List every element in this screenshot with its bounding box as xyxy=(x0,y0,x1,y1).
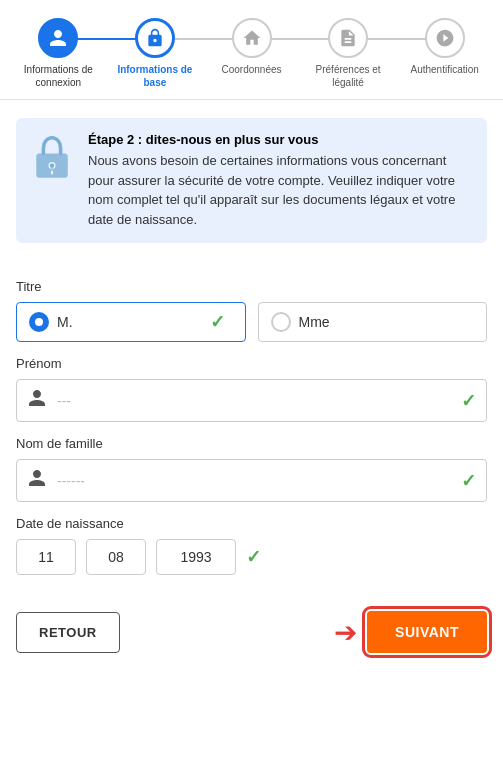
suivant-button[interactable]: SUIVANT xyxy=(367,611,487,653)
date-label: Date de naissance xyxy=(16,516,487,531)
titre-label: Titre xyxy=(16,279,487,294)
radio-m[interactable] xyxy=(29,312,49,332)
step-circle-coordonnees xyxy=(232,18,272,58)
date-row: ✓ xyxy=(16,539,487,575)
date-year-input[interactable] xyxy=(156,539,236,575)
step-circle-preferences xyxy=(328,18,368,58)
option-m[interactable]: M. ✓ xyxy=(16,302,246,342)
date-month-input[interactable] xyxy=(86,539,146,575)
step-label-connexion: Informations de connexion xyxy=(18,63,98,89)
step-coordonnees: Coordonnées xyxy=(203,18,300,76)
step-label-base: Informations de base xyxy=(115,63,195,89)
title-options: M. ✓ Mme xyxy=(16,302,487,342)
person-icon-nom xyxy=(27,468,47,493)
step-label-coordonnees: Coordonnées xyxy=(221,63,281,76)
button-row: RETOUR ➔ SUIVANT xyxy=(16,611,487,653)
info-box: Étape 2 : dites-nous en plus sur vous No… xyxy=(16,118,487,243)
nom-label: Nom de famille xyxy=(16,436,487,451)
check-date: ✓ xyxy=(246,546,261,568)
info-box-title: Étape 2 : dites-nous en plus sur vous xyxy=(88,132,473,147)
step-circle-base xyxy=(135,18,175,58)
lock-icon xyxy=(30,132,74,182)
option-m-label: M. xyxy=(57,314,202,330)
step-base: Informations de base xyxy=(107,18,204,89)
step-preferences: Préférences et légalité xyxy=(300,18,397,89)
prenom-input-row: ✓ xyxy=(16,379,487,422)
check-prenom: ✓ xyxy=(461,390,476,412)
nom-input-row: ✓ xyxy=(16,459,487,502)
option-mme[interactable]: Mme xyxy=(258,302,488,342)
prenom-input[interactable] xyxy=(57,393,451,409)
retour-button[interactable]: RETOUR xyxy=(16,612,120,653)
date-day-input[interactable] xyxy=(16,539,76,575)
form: Titre M. ✓ Mme Prénom ✓ Nom de famille ✓… xyxy=(0,259,503,581)
option-mme-label: Mme xyxy=(299,314,467,330)
step-circle-auth xyxy=(425,18,465,58)
nom-input[interactable] xyxy=(57,473,451,489)
arrow-right-icon: ➔ xyxy=(334,616,357,649)
prenom-label: Prénom xyxy=(16,356,487,371)
check-nom: ✓ xyxy=(461,470,476,492)
radio-mme[interactable] xyxy=(271,312,291,332)
info-box-content: Étape 2 : dites-nous en plus sur vous No… xyxy=(88,132,473,229)
person-icon-prenom xyxy=(27,388,47,413)
check-m: ✓ xyxy=(210,311,225,333)
stepper: Informations de connexion Informations d… xyxy=(0,0,503,100)
step-circle-connexion xyxy=(38,18,78,58)
step-connexion: Informations de connexion xyxy=(10,18,107,89)
info-box-body: Nous avons besoin de certaines informati… xyxy=(88,151,473,229)
svg-rect-4 xyxy=(51,166,54,172)
suivant-group: ➔ SUIVANT xyxy=(334,611,487,653)
step-label-preferences: Préférences et légalité xyxy=(308,63,388,89)
step-label-auth: Authentification xyxy=(410,63,478,76)
step-auth: Authentification xyxy=(396,18,493,76)
